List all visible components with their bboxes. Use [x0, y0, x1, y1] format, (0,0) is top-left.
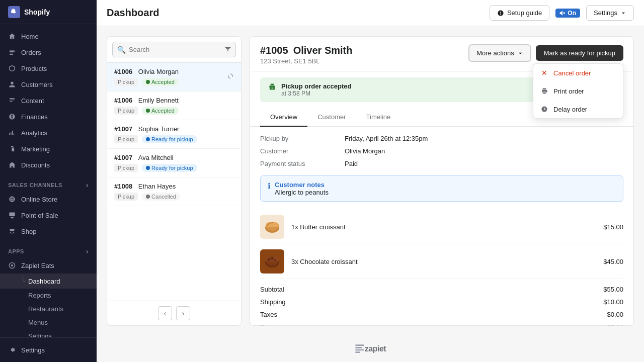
order-detail-address: 123 Street, SE1 5BL — [260, 57, 352, 65]
product-name-1: 1x Butter croissant — [291, 223, 596, 231]
svg-point-12 — [268, 259, 270, 261]
sidebar-item-products-label: Products — [21, 65, 47, 72]
search-input[interactable] — [112, 42, 236, 57]
sidebar-bottom: Settings — [0, 337, 97, 362]
sidebar-sub-item-dashboard-label: Dashboard — [28, 278, 60, 285]
order-body: Pickup by Friday, April 26th at 12:35pm … — [250, 127, 633, 325]
mark-ready-button[interactable]: Mark as ready for pickup — [536, 45, 623, 61]
sidebar-logo: Shopify — [0, 0, 97, 24]
order-info-grid: Pickup by Friday, April 26th at 12:35pm … — [260, 135, 623, 167]
order-id-1: #1006 — [114, 68, 132, 75]
filter-button[interactable] — [224, 45, 232, 55]
order-status-badge-1: Accepted — [142, 78, 179, 86]
sidebar-item-point-of-sale[interactable]: Point of Sale — [0, 207, 97, 223]
tab-overview[interactable]: Overview — [260, 108, 307, 127]
orders-search: 🔍 — [107, 37, 241, 63]
sidebar-item-discounts[interactable]: Discounts — [0, 157, 97, 173]
sidebar-settings-item[interactable]: Settings — [8, 344, 89, 356]
sidebar-sub-item-settings[interactable]: Settings — [0, 329, 97, 337]
sidebar-item-content[interactable]: Content — [0, 93, 97, 109]
info-icon: ℹ — [268, 182, 271, 191]
dropdown-cancel-order[interactable]: ✕ Cancel order — [533, 64, 623, 82]
payment-status-value: Paid — [345, 160, 623, 167]
shipping-row: Shipping $10.00 — [260, 296, 623, 308]
tab-timeline[interactable]: Timeline — [356, 108, 401, 127]
sidebar-item-orders[interactable]: Orders — [0, 44, 97, 60]
order-product-item-1: 1x Butter croissant $15.00 — [260, 210, 623, 244]
sidebar-item-products[interactable]: Products — [0, 60, 97, 76]
order-type-badge-1: Pickup — [114, 78, 138, 86]
subtotal-label: Subtotal — [260, 286, 284, 293]
discounts-icon — [8, 161, 16, 169]
taxes-row: Taxes $0.00 — [260, 308, 623, 321]
order-item-5[interactable]: #1008 Ethan Hayes Pickup Cancelled — [107, 177, 241, 206]
order-item-2[interactable]: #1006 Emily Bennett Pickup Accepted — [107, 92, 241, 120]
sales-channels-expand-icon[interactable]: › — [86, 181, 89, 189]
svg-rect-18 — [355, 351, 360, 353]
order-name-4: Ava Mitchell — [138, 154, 174, 161]
customer-notes-label: Customer notes — [275, 181, 329, 189]
more-actions-button[interactable]: More actions — [469, 45, 530, 61]
chevron-down-icon-actions — [517, 50, 523, 56]
order-detail-title-block: #1005 Oliver Smith 123 Street, SE1 5BL — [260, 45, 352, 65]
order-name-3: Sophia Turner — [138, 125, 180, 133]
taxes-label: Taxes — [260, 311, 277, 318]
order-detail-header: #1005 Oliver Smith 123 Street, SE1 5BL M… — [250, 37, 633, 71]
order-item-3[interactable]: #1007 Sophia Turner Pickup Ready for pic… — [107, 120, 241, 149]
sidebar-item-shop[interactable]: Shop — [0, 223, 97, 239]
pagination-next-button[interactable]: › — [176, 306, 190, 320]
sidebar-item-zapiet-eats[interactable]: Zapiet Eats — [0, 257, 97, 274]
sidebar-settings-label: Settings — [21, 346, 45, 354]
shipping-label: Shipping — [260, 298, 286, 306]
tip-row: Tip $5.00 — [260, 321, 623, 325]
svg-point-14 — [274, 259, 276, 261]
sidebar-sub-item-dashboard[interactable]: └ Dashboard — [0, 274, 97, 289]
pagination-prev-button[interactable]: ‹ — [158, 306, 172, 320]
sidebar-item-finances-label: Finances — [21, 113, 48, 121]
sidebar-item-home-label: Home — [21, 33, 39, 40]
finances-icon — [8, 113, 16, 121]
apps-expand-icon[interactable]: › — [86, 247, 89, 255]
settings-dropdown-button[interactable]: Settings — [586, 5, 634, 21]
dropdown-delay-order[interactable]: Delay order — [533, 100, 623, 118]
order-type-badge-3: Pickup — [114, 135, 138, 143]
order-id-3: #1007 — [114, 125, 132, 133]
sidebar-item-customers-label: Customers — [21, 81, 53, 88]
shopify-logo-icon — [8, 6, 20, 18]
tip-label: Tip — [260, 323, 269, 325]
order-id-5: #1008 — [114, 183, 132, 190]
sidebar-item-online-store[interactable]: Online Store — [0, 191, 97, 207]
notes-content: Customer notes Allergic to peanuts — [275, 181, 329, 196]
order-item-4[interactable]: #1007 Ava Mitchell Pickup Ready for pick… — [107, 149, 241, 177]
sidebar-item-home[interactable]: Home — [0, 28, 97, 44]
tab-customer[interactable]: Customer — [307, 108, 356, 127]
order-item-1[interactable]: #1006 Olivia Morgan Pickup Accepted — [107, 63, 241, 92]
svg-point-6 — [146, 166, 150, 170]
sidebar-item-marketing-label: Marketing — [21, 145, 50, 153]
dropdown-print-order[interactable]: Print order — [533, 82, 623, 100]
sidebar-sub-item-restaurants[interactable]: Restaurants — [0, 302, 97, 316]
product-name-2: 3x Chocolate croissant — [291, 258, 596, 265]
customer-label: Customer — [260, 147, 341, 155]
setup-guide-button[interactable]: Setup guide — [490, 5, 549, 21]
sidebar-item-marketing[interactable]: Marketing — [0, 141, 97, 157]
pos-icon — [8, 211, 16, 219]
shop-icon — [8, 227, 16, 235]
zapiet-icon — [8, 261, 16, 269]
subtotal-value: $55.00 — [603, 286, 623, 293]
sidebar-item-finances[interactable]: Finances — [0, 109, 97, 125]
sidebar-sub-item-reports[interactable]: Reports — [0, 289, 97, 302]
sidebar-item-customers[interactable]: Customers — [0, 76, 97, 93]
order-totals: Subtotal $55.00 Shipping $10.00 Taxes $0… — [260, 283, 623, 325]
x-icon: ✕ — [540, 69, 548, 77]
sidebar-item-point-of-sale-label: Point of Sale — [21, 212, 58, 219]
sidebar-item-analytics[interactable]: Analytics — [0, 125, 97, 141]
product-image-1 — [260, 215, 284, 239]
analytics-icon — [8, 129, 16, 137]
sub-indicator: └ — [20, 277, 24, 286]
order-type-badge-5: Pickup — [114, 193, 138, 201]
sidebar-sub-item-menus[interactable]: Menus — [0, 316, 97, 329]
sidebar-item-shop-label: Shop — [21, 228, 36, 235]
svg-rect-15 — [355, 344, 364, 346]
sidebar-sub-item-reports-label: Reports — [28, 292, 51, 299]
